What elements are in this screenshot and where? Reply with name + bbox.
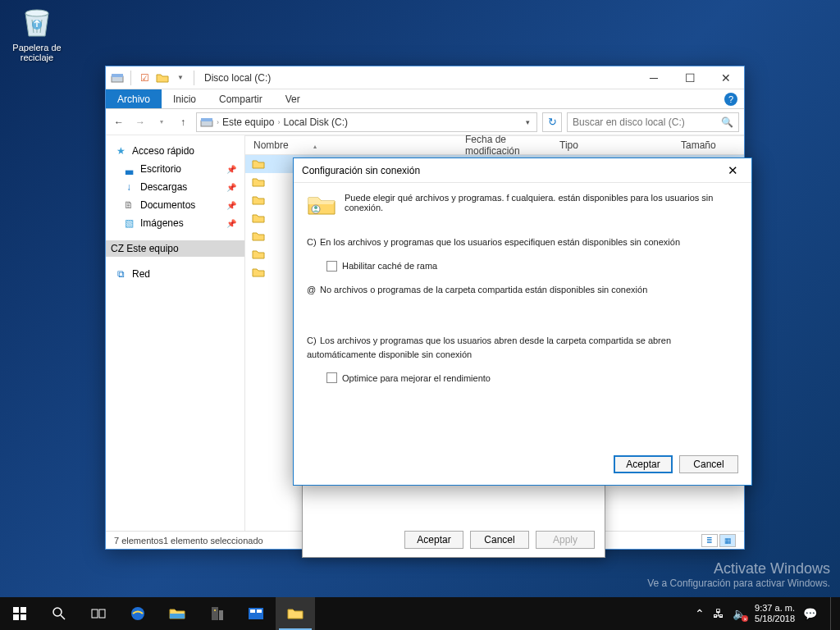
dialog-cancel-button[interactable]: Cancel	[679, 455, 738, 473]
folder-icon	[287, 607, 304, 620]
taskbar-settings[interactable]	[236, 597, 276, 630]
sidebar-network[interactable]: ⧉ Red	[106, 265, 244, 283]
recent-dropdown[interactable]: ▾	[153, 114, 170, 130]
dialog-description: Puede elegir qué archivos y programas. f…	[345, 193, 738, 212]
sidebar-downloads[interactable]: ↓ Descargas 📌	[106, 178, 244, 196]
tab-file[interactable]: Archivo	[106, 89, 162, 108]
trash-icon	[17, 2, 57, 41]
checkbox-icon	[326, 372, 337, 383]
svg-rect-8	[13, 607, 19, 613]
qat-folder-icon[interactable]	[154, 71, 171, 85]
dialog-title: Configuración sin conexión	[302, 165, 420, 176]
sort-asc-icon: ▴	[313, 143, 317, 150]
col-date[interactable]: Fecha de modificación	[457, 134, 551, 157]
breadcrumb-root[interactable]: Este equipo	[219, 116, 277, 128]
view-icons-button[interactable]: ▦	[719, 534, 736, 547]
props-apply-button: Apply	[536, 531, 595, 549]
dialog-titlebar: Configuración sin conexión ✕	[294, 158, 751, 183]
address-dropdown[interactable]: ▾	[523, 118, 533, 126]
recycle-bin-label: Papelera de reciclaje	[4, 43, 70, 62]
up-button[interactable]: ↑	[175, 114, 191, 130]
ribbon: Archivo Inicio Compartir Ver ?	[106, 89, 744, 109]
show-desktop-button[interactable]	[830, 597, 835, 630]
tab-share[interactable]: Compartir	[208, 89, 274, 108]
taskbar-server[interactable]	[197, 597, 236, 630]
volume-icon[interactable]: 🔈✕	[733, 607, 746, 620]
col-type[interactable]: Tipo	[551, 139, 673, 151]
windows-icon	[13, 607, 26, 620]
search-input[interactable]	[573, 116, 721, 128]
dialog-accept-button[interactable]: Aceptar	[614, 455, 673, 473]
taskview-icon	[91, 608, 106, 619]
tab-home[interactable]: Inicio	[162, 89, 208, 108]
folder-icon	[252, 212, 265, 224]
drive-icon	[200, 116, 213, 128]
tab-view[interactable]: Ver	[274, 89, 312, 108]
search-button[interactable]	[39, 597, 79, 630]
props-accept-button[interactable]: Aceptar	[404, 531, 463, 549]
svg-rect-3	[112, 74, 123, 77]
dialog-close-button[interactable]: ✕	[723, 162, 743, 180]
tray-chevron-icon[interactable]: ⌃	[695, 607, 705, 620]
network-icon[interactable]: 🖧	[713, 607, 724, 620]
col-name[interactable]: Nombre▴	[245, 139, 457, 151]
document-icon: 🗎	[122, 199, 135, 212]
svg-rect-2	[112, 76, 123, 82]
close-button[interactable]: ✕	[708, 66, 744, 89]
folder-icon	[252, 249, 265, 260]
sidebar-desktop[interactable]: ▃ Escritorio 📌	[106, 160, 244, 178]
svg-rect-4	[201, 121, 212, 126]
svg-rect-17	[170, 614, 185, 619]
recycle-bin[interactable]: Papelera de reciclaje	[4, 2, 70, 62]
svg-rect-15	[99, 609, 105, 618]
taskview-button[interactable]	[79, 597, 118, 630]
help-icon: ?	[724, 93, 737, 106]
pin-icon: 📌	[226, 219, 236, 228]
folder-icon	[169, 607, 185, 620]
taskbar-explorer[interactable]	[158, 597, 197, 630]
option-3[interactable]: C)Los archivos y programas que los usuar…	[307, 334, 738, 361]
maximize-button[interactable]: ☐	[672, 66, 708, 89]
checkbox-optimize[interactable]: Optimice para mejorar el rendimiento	[326, 372, 738, 383]
download-icon: ↓	[122, 180, 135, 194]
properties-dialog: Aceptar Cancel Apply	[302, 484, 605, 558]
help-button[interactable]: ?	[724, 89, 737, 108]
svg-point-0	[25, 10, 48, 16]
svg-rect-5	[201, 118, 212, 121]
view-details-button[interactable]: ≣	[701, 534, 718, 547]
svg-rect-22	[250, 609, 255, 613]
qat-properties-icon[interactable]: ☑	[136, 71, 153, 85]
refresh-button[interactable]: ↻	[542, 112, 562, 132]
start-button[interactable]	[0, 597, 39, 630]
search-box[interactable]: 🔍	[567, 112, 739, 132]
notification-icon[interactable]: 💬	[803, 607, 817, 620]
option-2[interactable]: @No archivos o programas de la carpeta c…	[307, 283, 738, 297]
taskbar-ie[interactable]	[118, 597, 158, 630]
sidebar-quick-access[interactable]: ★ Acceso rápido	[106, 142, 244, 160]
svg-point-20	[214, 609, 216, 611]
address-bar[interactable]: › Este equipo › Local Disk (C:) ▾	[196, 112, 537, 132]
desktop-icon: ▃	[122, 162, 135, 176]
offline-settings-dialog: Configuración sin conexión ✕ Puede elegi…	[293, 158, 752, 486]
minimize-button[interactable]: ─	[636, 66, 672, 89]
breadcrumb-leaf[interactable]: Local Disk (C:)	[280, 116, 351, 128]
col-size[interactable]: Tamaño	[673, 139, 738, 151]
navbar: ← → ▾ ↑ › Este equipo › Local Disk (C:) …	[106, 109, 744, 135]
checkbox-branch-cache[interactable]: Habilitar caché de rama	[326, 261, 738, 272]
qat-dropdown-icon[interactable]: ▼	[172, 71, 189, 85]
search-icon	[52, 606, 66, 621]
sidebar-thispc[interactable]: CZ Este equipo	[106, 240, 244, 257]
option-1[interactable]: C)En los archivos y programas que los us…	[307, 235, 738, 249]
taskbar-explorer-active[interactable]	[276, 597, 315, 630]
sidebar-documents[interactable]: 🗎 Documentos 📌	[106, 196, 244, 214]
svg-line-13	[61, 615, 65, 619]
sidebar-pictures[interactable]: ▧ Imágenes 📌	[106, 214, 244, 232]
clock[interactable]: 9:37 a. m. 5/18/2018	[755, 603, 795, 624]
pin-icon: 📌	[226, 183, 236, 192]
control-panel-icon	[248, 607, 264, 620]
titlebar: ☑ ▼ Disco local (C:) ─ ☐ ✕	[106, 66, 744, 89]
props-cancel-button[interactable]: Cancel	[470, 531, 529, 549]
forward-button[interactable]: →	[132, 114, 148, 130]
svg-point-12	[53, 608, 62, 616]
back-button[interactable]: ←	[111, 114, 127, 130]
